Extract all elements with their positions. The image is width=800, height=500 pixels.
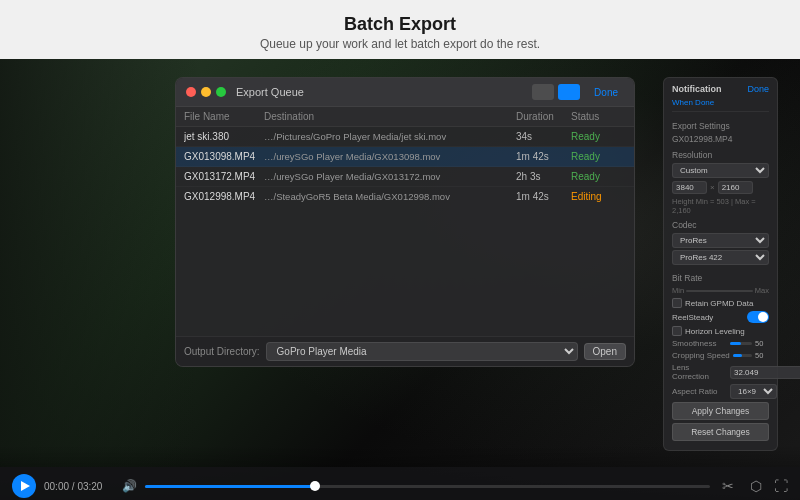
retain-gpmd-label: Retain GPMD Data [685, 299, 753, 308]
bitrate-range-row: Min Max [672, 286, 769, 295]
output-label: Output Directory: [184, 346, 260, 357]
horizon-checkbox[interactable] [672, 326, 682, 336]
table-row[interactable]: GX013098.MP4 …/ureySGo Player Media/GX01… [176, 147, 634, 167]
output-directory-select[interactable]: GoPro Player Media [266, 342, 578, 361]
reelsteady-toggle[interactable] [747, 311, 769, 323]
toggle-thumb [758, 312, 768, 322]
cell-status: Ready [571, 151, 626, 162]
table-row[interactable]: jet ski.380 …/Pictures/GoPro Player Medi… [176, 127, 634, 147]
horizon-label: Horizon Leveling [685, 327, 745, 336]
play-button[interactable] [12, 474, 36, 498]
smoothness-slider[interactable] [730, 342, 752, 345]
retain-gpmd-row: Retain GPMD Data [672, 298, 769, 308]
cell-destination: …/SteadyGoR5 Beta Media/GX012998.mov [264, 191, 516, 202]
cell-duration: 34s [516, 131, 571, 142]
panel-tab-group [532, 84, 580, 100]
traffic-lights [186, 87, 226, 97]
settings-export-label: Export Settings [672, 121, 769, 131]
time-total: 03:20 [77, 481, 102, 492]
panel-tab-list[interactable] [532, 84, 554, 100]
aspect-row: Aspect Ratio 16×9 [672, 384, 769, 399]
settings-done-button[interactable]: Done [747, 84, 769, 94]
smoothness-fill [730, 342, 741, 345]
output-open-button[interactable]: Open [584, 343, 626, 360]
progress-bar[interactable] [145, 485, 710, 488]
panel-done-button[interactable]: Done [588, 85, 624, 100]
cropping-slider[interactable] [733, 354, 752, 357]
cell-destination: …/Pictures/GoPro Player Media/jet ski.mo… [264, 131, 516, 142]
settings-resolution-select[interactable]: Custom [672, 163, 769, 178]
reset-changes-button[interactable]: Reset Changes [672, 423, 769, 441]
apply-changes-button[interactable]: Apply Changes [672, 402, 769, 420]
snapshot-icon[interactable]: ⬡ [746, 478, 766, 494]
settings-codec-select1[interactable]: ProRes [672, 233, 769, 248]
settings-resolution-inputs: × [672, 181, 769, 194]
trim-icon[interactable]: ✂ [718, 478, 738, 494]
table-header: File Name Destination Duration Status [176, 107, 634, 127]
cell-duration: 2h 3s [516, 171, 571, 182]
table-body: jet ski.380 …/Pictures/GoPro Player Medi… [176, 127, 634, 336]
settings-resolution-label: Resolution [672, 150, 769, 160]
lens-input[interactable] [730, 366, 800, 379]
cropping-row: Cropping Speed 50 [672, 351, 769, 360]
fullscreen-button[interactable]: ⛶ [774, 478, 788, 494]
table-row[interactable]: GX013172.MP4 …/ureySGo Player Media/GX01… [176, 167, 634, 187]
cell-filename: GX012998.MP4 [184, 191, 264, 202]
smoothness-row: Smoothness 50 [672, 339, 769, 348]
table-row[interactable]: GX012998.MP4 …/SteadyGoR5 Beta Media/GX0… [176, 187, 634, 206]
cell-status: Ready [571, 131, 626, 142]
settings-width-input[interactable] [672, 181, 707, 194]
cell-filename: jet ski.380 [184, 131, 264, 142]
settings-height-input[interactable] [718, 181, 753, 194]
cell-destination: …/ureySGo Player Media/GX013172.mov [264, 171, 516, 182]
panel-titlebar: Export Queue Done [176, 78, 634, 107]
settings-codec-select2[interactable]: ProRes 422 [672, 250, 769, 265]
aspect-select[interactable]: 16×9 [730, 384, 777, 399]
cell-filename: GX013172.MP4 [184, 171, 264, 182]
settings-filename: GX012998.MP4 [672, 134, 769, 144]
smoothness-value: 50 [755, 339, 769, 348]
video-controls-bar: 00:00 / 03:20 🔊 ✂ ⬡ ⛶ [0, 467, 800, 500]
col-header-status: Status [571, 111, 626, 122]
lens-row: Lens Correction [672, 363, 769, 381]
time-display: 00:00 / 03:20 [44, 481, 114, 492]
smoothness-label: Smoothness [672, 339, 727, 348]
cell-duration: 1m 42s [516, 191, 571, 202]
close-button-dot[interactable] [186, 87, 196, 97]
progress-fill [145, 485, 315, 488]
lens-label: Lens Correction [672, 363, 727, 381]
cell-duration: 1m 42s [516, 151, 571, 162]
settings-notification-title: Notification [672, 84, 722, 94]
bitrate-track[interactable] [686, 290, 753, 292]
cropping-value: 50 [755, 351, 769, 360]
min-label: Min [672, 286, 684, 295]
settings-bitrate-label: Bit Rate [672, 273, 769, 283]
settings-header: Notification Done [672, 84, 769, 94]
play-icon [21, 481, 30, 491]
settings-panel: Notification Done When Done Export Setti… [663, 77, 778, 451]
reelsteady-toggle-row: ReelSteady [672, 311, 769, 323]
progress-thumb [310, 481, 320, 491]
panel-title: Export Queue [236, 86, 532, 98]
background-person-overlay [0, 59, 200, 500]
time-current: 00:00 [44, 481, 69, 492]
cell-status: Editing [571, 191, 626, 202]
page-subtitle: Queue up your work and let batch export … [0, 37, 800, 51]
cell-filename: GX013098.MP4 [184, 151, 264, 162]
reelsteady-label: ReelSteady [672, 313, 713, 322]
cell-status: Ready [571, 171, 626, 182]
cell-destination: …/ureySGo Player Media/GX013098.mov [264, 151, 516, 162]
page-title: Batch Export [0, 14, 800, 35]
zoom-button-dot[interactable] [216, 87, 226, 97]
horizon-row: Horizon Leveling [672, 326, 769, 336]
volume-icon[interactable]: 🔊 [122, 479, 137, 493]
cropping-fill [733, 354, 743, 357]
aspect-label: Aspect Ratio [672, 387, 727, 396]
file-table: File Name Destination Duration Status je… [176, 107, 634, 336]
col-header-duration: Duration [516, 111, 571, 122]
settings-when-done: When Done [672, 98, 769, 107]
max-label: Max [755, 286, 769, 295]
retain-gpmd-checkbox[interactable] [672, 298, 682, 308]
minimize-button-dot[interactable] [201, 87, 211, 97]
panel-tab-grid[interactable] [558, 84, 580, 100]
